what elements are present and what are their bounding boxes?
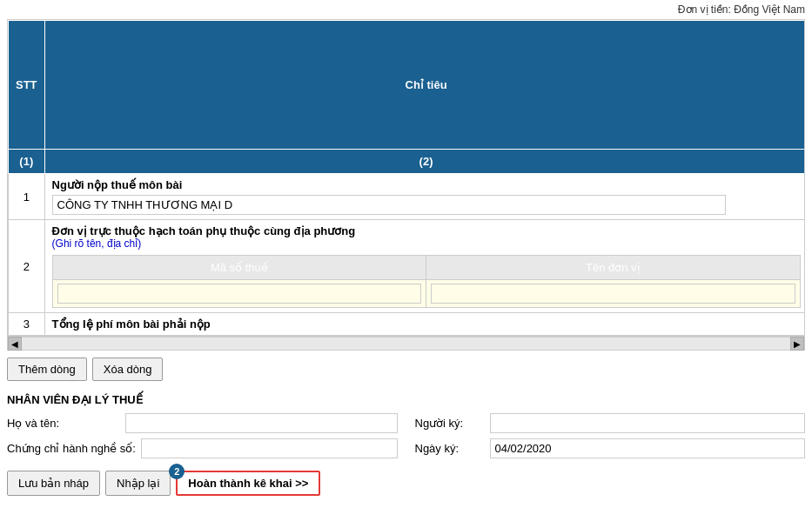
ho-va-ten-input[interactable] <box>125 413 398 433</box>
hoan-thanh-wrapper: 2 Hoàn thành kê khai >> <box>176 471 320 496</box>
main-table-wrapper: STT Chỉ tiêu Mã chỉ tiêu Vốn điều lệ hoặ… <box>7 19 805 337</box>
header-row: STT Chỉ tiêu Mã chỉ tiêu Vốn điều lệ hoặ… <box>9 21 806 150</box>
nhan-vien-form: Họ và tên: Chứng chỉ hành nghề số: Người… <box>0 410 812 465</box>
xoa-dong-button[interactable]: Xóa dòng <box>92 358 164 381</box>
row3-stt: 3 <box>9 313 45 336</box>
main-table: STT Chỉ tiêu Mã chỉ tiêu Vốn điều lệ hoặ… <box>8 20 805 336</box>
ho-va-ten-label: Họ và tên: <box>7 417 120 430</box>
th-stt: STT <box>9 21 45 150</box>
row1-chitieu: Người nộp thuế môn bài <box>44 174 805 220</box>
sub-table: Mã số thuế Tên đơn vị <box>52 255 801 308</box>
hoan-thanh-button[interactable]: Hoàn thành kê khai >> <box>176 471 320 496</box>
them-dong-button[interactable]: Thêm dòng <box>7 358 87 381</box>
subth-2: (2) <box>44 150 805 174</box>
row1-stt: 1 <box>9 174 45 220</box>
subth-1: (1) <box>9 150 45 174</box>
sub-header-row: (1) (2) (3) (4) (5) <box>9 150 806 174</box>
nhan-vien-title: NHÂN VIÊN ĐẠI LÝ THUẾ <box>0 388 812 410</box>
form-right: Người ký: Ngày ký: <box>415 413 806 458</box>
table-row-2: 2 Đơn vị trực thuộc hạch toán phụ thuộc … <box>9 220 806 313</box>
sub-tendv-cell <box>426 280 801 308</box>
sub-th-masothue: Mã số thuế <box>52 256 426 280</box>
ngay-ky-label: Ngày ký: <box>415 442 485 455</box>
nguoi-ky-label: Người ký: <box>415 417 485 430</box>
chung-chi-row: Chứng chỉ hành nghề số: <box>7 438 398 458</box>
table-row-1: 1 Người nộp thuế môn bài [22] 1 × <box>9 174 806 220</box>
nguoi-ky-row: Người ký: <box>415 413 806 433</box>
row2-chitieu: Đơn vị trực thuộc hạch toán phụ thuộc cù… <box>44 220 805 313</box>
ngay-ky-input[interactable] <box>490 438 806 458</box>
luu-ban-nhap-button[interactable]: Lưu bản nháp <box>7 471 100 496</box>
chung-chi-input[interactable] <box>141 438 398 458</box>
sub-masothue-cell <box>52 280 426 308</box>
row1-chitieu-label: Người nộp thuế môn bài <box>52 178 801 191</box>
row3-chitieu: Tổng lệ phí môn bài phải nộp <box>44 313 805 336</box>
nhap-lai-button[interactable]: Nhập lại <box>105 471 171 496</box>
table-row-3: 3 Tổng lệ phí môn bài phải nộp [24] 2.00… <box>9 313 806 336</box>
bottom-buttons-row: Lưu bản nháp Nhập lại 2 Hoàn thành kê kh… <box>0 465 812 503</box>
scroll-track <box>22 338 790 350</box>
ho-va-ten-row: Họ và tên: <box>7 413 398 433</box>
sub-header: Mã số thuế Tên đơn vị <box>52 256 800 280</box>
scrollbar[interactable]: ◀ ▶ <box>7 337 805 351</box>
unit-label: Đơn vị tiền: Đồng Việt Nam <box>0 0 812 19</box>
sub-th-tendv: Tên đơn vị <box>426 256 801 280</box>
row2-chitieu-sub: (Ghi rõ tên, địa chỉ) <box>52 237 801 250</box>
nguoi-ky-input[interactable] <box>490 413 806 433</box>
company-name-input[interactable] <box>52 195 726 215</box>
chung-chi-label: Chứng chỉ hành nghề số: <box>7 442 136 455</box>
sub-row-1 <box>52 280 800 308</box>
scroll-left-btn[interactable]: ◀ <box>8 337 22 351</box>
action-buttons-row: Thêm dòng Xóa dòng <box>0 351 812 388</box>
sub-tendv-input[interactable] <box>431 284 795 304</box>
row2-chitieu-label: Đơn vị trực thuộc hạch toán phụ thuộc cù… <box>52 224 801 237</box>
form-left: Họ và tên: Chứng chỉ hành nghề số: <box>7 413 398 458</box>
th-chitieu: Chỉ tiêu <box>44 21 805 150</box>
ngay-ky-row: Ngày ký: <box>415 438 806 458</box>
row2-stt: 2 <box>9 220 45 313</box>
scroll-right-btn[interactable]: ▶ <box>790 337 804 351</box>
sub-masothue-input[interactable] <box>57 284 422 304</box>
